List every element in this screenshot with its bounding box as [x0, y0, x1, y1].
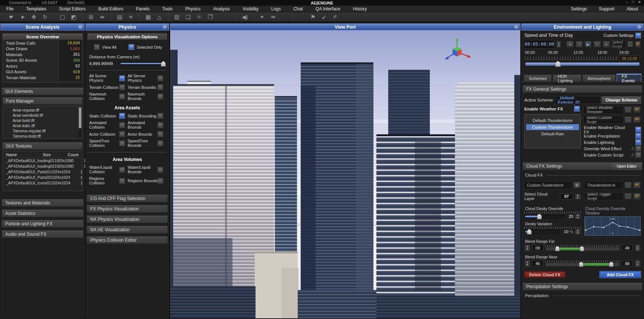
distance-slider[interactable]	[120, 62, 165, 65]
save-icon[interactable]: ✇	[573, 182, 581, 188]
font-item[interactable]: Arial-regular.tff	[3, 107, 82, 113]
font-item[interactable]: Tahoma-regular.tff	[3, 128, 82, 133]
step-forward-button[interactable]: ›	[593, 41, 601, 48]
maximize-button[interactable]: □	[632, 0, 634, 4]
menu-tools[interactable]: Tools	[156, 6, 179, 12]
density-override-handle[interactable]	[537, 214, 542, 219]
density-variation-stepper[interactable]: ▲▼	[575, 229, 581, 235]
section-physics-collision-editor[interactable]: Physics Collision Editor	[87, 236, 168, 244]
weather-item-custom-thunderstorm[interactable]: Custom-Thunderstorm	[526, 124, 579, 130]
browse-custom-script-button[interactable]: …	[624, 116, 632, 123]
menu-logs[interactable]: Logs	[265, 6, 287, 12]
blend-far-max-stepper[interactable]: ▲▼	[635, 244, 641, 251]
play-button[interactable]: ▶	[585, 41, 592, 48]
cloud-fx-name-field[interactable]: Custom-Tunderstorm	[524, 182, 572, 188]
table-row[interactable]: _APXDefaultGUI_loading021920x10801	[3, 164, 82, 169]
gear-icon[interactable]: ⚙	[637, 24, 641, 30]
active-scheme-field[interactable]: _Default-Exterior_01	[555, 97, 600, 103]
menu-script-editors[interactable]: Script Editors	[53, 6, 92, 12]
time-of-day-slider[interactable]	[525, 62, 640, 66]
terrain-icon[interactable]: △	[155, 13, 164, 21]
font-item[interactable]: Arial-semibold.tff	[3, 113, 82, 118]
menu-physics[interactable]: Physics	[179, 6, 207, 12]
enable-weather-cloud-fx-checkbox[interactable]	[636, 127, 641, 132]
scale-tool-icon[interactable]: ▢	[58, 13, 67, 21]
select-weather-template-field[interactable]: Select Weather Template	[584, 106, 623, 113]
enable-weather-fx-checkbox[interactable]	[575, 106, 579, 111]
static-bounding-checkbox[interactable]	[158, 113, 163, 118]
gui-elements-section[interactable]: GUI Elements	[2, 88, 83, 95]
override-wind-effect-checkbox[interactable]	[636, 146, 641, 151]
open-editor-button[interactable]: Open Editor	[613, 164, 641, 169]
regions-collision-checkbox[interactable]	[120, 178, 124, 183]
gear-icon[interactable]: ⚙	[514, 24, 518, 30]
terrain-collision-checkbox[interactable]	[120, 85, 124, 90]
blend-near-high-handle[interactable]	[609, 262, 614, 267]
select-custom-script-field[interactable]: Select Custom Script	[584, 116, 623, 123]
environment-header[interactable]: Environment and Lighting ⚙	[521, 23, 644, 30]
water-liquid-bounds-checkbox[interactable]	[158, 167, 163, 172]
blend-far-high-handle[interactable]	[580, 246, 584, 251]
weather-item-default-rain[interactable]: Default-Rain	[526, 131, 579, 137]
snap-align-icon[interactable]: ⇹	[97, 13, 107, 21]
animated-collision-checkbox[interactable]	[120, 123, 124, 128]
cloud-density-override-slider[interactable]	[524, 215, 564, 218]
menu-chat[interactable]: Chat	[287, 6, 309, 12]
menu-file[interactable]: File	[0, 6, 20, 12]
grid-snap-icon[interactable]: ⊞	[86, 13, 96, 21]
select-tool-icon[interactable]: ➤	[18, 13, 27, 21]
distance-value[interactable]: 9,999.99999	[89, 61, 117, 66]
menu-build-editors[interactable]: Build Editors	[92, 6, 129, 12]
blend-far-min-stepper[interactable]: ▲▼	[524, 244, 530, 251]
cloud-layer-value[interactable]: 07	[560, 193, 573, 200]
scene-analysis-header[interactable]: Scene Analysis ⚙	[0, 23, 85, 30]
viewport-3d-scene[interactable]	[170, 30, 520, 318]
density-override-stepper[interactable]: ▲▼	[575, 213, 581, 219]
time-stepper[interactable]: ▲▼	[556, 41, 561, 48]
blend-far-min-value[interactable]: 09	[532, 245, 543, 251]
rewind-button[interactable]: «	[566, 41, 573, 48]
tab-hdr-lighting[interactable]: HDR Lighting	[553, 74, 582, 82]
asset-bundle-icon[interactable]: ▦	[143, 13, 153, 21]
time-slider-handle[interactable]	[555, 61, 561, 67]
step-back-button[interactable]: ‹	[576, 41, 583, 48]
delete-cloud-fx-button[interactable]: Delete Cloud FX	[524, 271, 565, 278]
section-nx-ae-viz[interactable]: NX AE Visualization	[87, 226, 168, 233]
time-of-day-field[interactable]: 00:05:00:00	[524, 41, 554, 48]
undo-fx-file-button[interactable]: ↶	[633, 182, 641, 188]
table-row[interactable]: _APXDefaultGUI_Parts011024x10241	[3, 169, 82, 175]
rotate-tool-icon[interactable]: ↻	[40, 13, 50, 21]
viewport-header[interactable]: View Port ⚙	[170, 23, 521, 30]
menu-history[interactable]: History	[347, 6, 373, 12]
speedtree-collision-checkbox[interactable]	[120, 141, 124, 146]
fx-general-settings-section[interactable]: FX General Settings	[523, 86, 642, 93]
shapes-icon[interactable]: ❏	[183, 13, 193, 21]
tab-fx-events[interactable]: FX Events	[617, 74, 641, 82]
menu-qa-interface[interactable]: QA Interface	[309, 6, 347, 12]
font-item[interactable]: Arial-bold.tff	[3, 118, 82, 123]
density-variation-slider[interactable]	[524, 230, 560, 233]
axis-gizmo[interactable]	[442, 37, 472, 65]
cloud-fx-settings-section[interactable]: Cloud FX Settings Open Editor	[523, 162, 642, 170]
sun-light-icon[interactable]: ☀	[126, 13, 136, 21]
font-item[interactable]: Arial-italic.tff	[3, 123, 82, 128]
physics-atom-icon[interactable]: ⚛	[194, 13, 204, 21]
blend-range-far-slider[interactable]	[545, 245, 620, 251]
selected-only-checkbox[interactable]	[129, 45, 134, 49]
enable-lightning-checkbox[interactable]	[636, 140, 641, 145]
section-audio-sound-fx[interactable]: Audio and Sound FX	[2, 231, 83, 238]
blend-near-min-value[interactable]: 45	[532, 260, 543, 267]
animated-bounds-checkbox[interactable]	[158, 123, 163, 128]
tab-atmosphere[interactable]: Atmosphere	[582, 74, 616, 82]
table-row[interactable]: _APXDefaultGUI_loading011920x10801	[3, 158, 82, 164]
undo-trigger-script-button[interactable]: ↶	[633, 193, 641, 200]
water-liquid-collision-checkbox[interactable]	[120, 167, 124, 172]
gear-icon[interactable]: ⚙	[78, 24, 82, 30]
route-query-icon[interactable]: ↱	[330, 13, 340, 21]
section-textures-and-materials[interactable]: Textures and Materials	[2, 199, 83, 207]
speedtree-bounds-checkbox[interactable]	[158, 141, 163, 146]
crop-tool-icon[interactable]: ◩	[69, 13, 78, 21]
move-tool-icon[interactable]: ✥	[29, 13, 39, 21]
blend-near-low-handle[interactable]	[579, 262, 583, 267]
cloud-layer-stepper[interactable]: ▲▼	[575, 193, 581, 200]
